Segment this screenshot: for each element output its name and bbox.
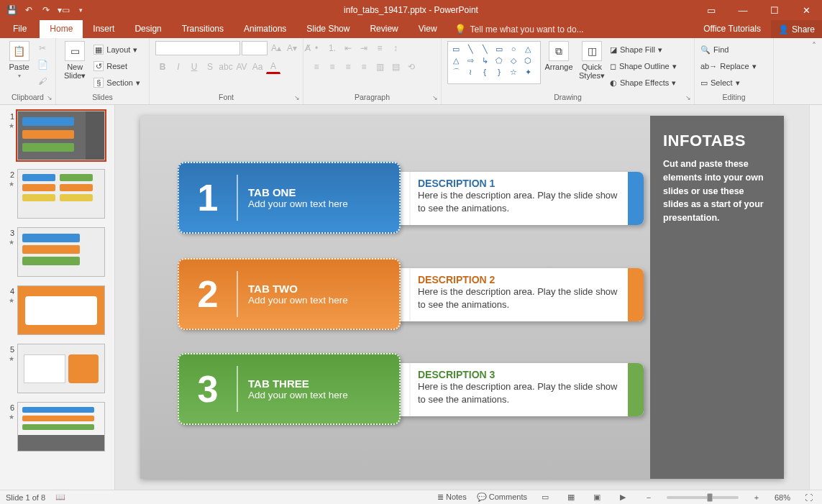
copy-icon[interactable]: 📄 xyxy=(35,58,50,72)
shapes-gallery[interactable]: ▭╲╲▭○△ △⇨↳⬠◇⬡ ⌒≀{}☆✦ xyxy=(447,41,541,84)
font-family-combo[interactable] xyxy=(155,41,240,55)
arrange-button[interactable]: ⧉ Arrange xyxy=(544,41,574,71)
bullets-button[interactable]: • xyxy=(309,41,324,55)
undo-icon[interactable]: ↶ xyxy=(22,3,36,17)
cut-icon[interactable]: ✂ xyxy=(35,41,50,55)
redo-icon[interactable]: ↷ xyxy=(39,3,53,17)
tab-right-3[interactable]: DESCRIPTION 3 Here is the description ar… xyxy=(392,363,644,416)
zoom-in-button[interactable]: + xyxy=(749,492,764,503)
shape-effects-button[interactable]: ◐ Shape Effects ▾ xyxy=(610,75,677,90)
comments-button[interactable]: 💬 Comments xyxy=(477,492,527,502)
find-button[interactable]: 🔍 Find xyxy=(700,42,757,57)
char-spacing-button[interactable]: AV xyxy=(234,60,249,74)
section-button[interactable]: §Section ▾ xyxy=(91,75,143,90)
tab-left-2[interactable]: 2 TAB TWO Add your own text here xyxy=(178,258,401,330)
tab-animations[interactable]: Animations xyxy=(234,20,296,38)
infotab-row-2[interactable]: 2 TAB TWO Add your own text here DESCRIP… xyxy=(178,258,638,333)
align-left-button[interactable]: ≡ xyxy=(309,60,324,74)
dialog-launcher-icon[interactable]: ↘ xyxy=(47,94,52,101)
zoom-slider[interactable] xyxy=(667,496,739,499)
thumbnail-2[interactable]: 2★ xyxy=(4,169,110,219)
save-icon[interactable]: 💾 xyxy=(4,3,19,17)
shrink-font-icon[interactable]: A▾ xyxy=(285,41,299,55)
columns-button[interactable]: ▥ xyxy=(373,60,387,74)
maximize-icon[interactable]: ☐ xyxy=(759,0,790,20)
italic-button[interactable]: I xyxy=(171,60,186,74)
tab-right-1[interactable]: DESCRIPTION 1 Here is the description ar… xyxy=(392,172,644,225)
change-case-button[interactable]: Aa xyxy=(250,60,265,74)
tab-review[interactable]: Review xyxy=(360,20,408,38)
slide[interactable]: INFOTABS Cut and paste these elements in… xyxy=(140,116,784,479)
decrease-indent-button[interactable]: ⇤ xyxy=(341,41,355,55)
tab-transitions[interactable]: Transitions xyxy=(172,20,234,38)
bold-button[interactable]: B xyxy=(155,60,170,74)
tab-right-2[interactable]: DESCRIPTION 2 Here is the description ar… xyxy=(392,268,644,321)
close-icon[interactable]: ✕ xyxy=(790,0,822,20)
fit-to-window-icon[interactable]: ⛶ xyxy=(800,492,816,503)
vertical-scrollbar[interactable] xyxy=(809,105,822,490)
zoom-out-button[interactable]: − xyxy=(641,492,657,503)
select-button[interactable]: ▭ Select ▾ xyxy=(700,75,757,90)
infotab-row-1[interactable]: 1 TAB ONE Add your own text here DESCRIP… xyxy=(178,162,638,237)
tell-me-search[interactable]: 💡 Tell me what you want to do... xyxy=(455,20,584,38)
slideshow-view-icon[interactable]: ▶ xyxy=(615,492,631,503)
reading-view-icon[interactable]: ▣ xyxy=(589,492,605,503)
ribbon-options-icon[interactable]: ▭ xyxy=(695,0,727,20)
line-spacing-button[interactable]: ≡ xyxy=(373,41,387,55)
text-direction-button[interactable]: ↕ xyxy=(388,41,403,55)
tab-insert[interactable]: Insert xyxy=(83,20,124,38)
thumbnail-5[interactable]: 5★ xyxy=(4,344,110,393)
font-color-button[interactable]: A xyxy=(266,60,280,74)
thumbnail-6[interactable]: 6★ xyxy=(4,402,110,452)
dialog-launcher-icon[interactable]: ↘ xyxy=(432,94,438,101)
layout-button[interactable]: ▦Layout ▾ xyxy=(91,42,143,57)
slide-indicator[interactable]: Slide 1 of 8 xyxy=(6,493,45,502)
shadow-button[interactable]: abc xyxy=(219,60,233,74)
grow-font-icon[interactable]: A▴ xyxy=(269,41,283,55)
shape-outline-button[interactable]: ◻ Shape Outline ▾ xyxy=(610,59,677,73)
minimize-icon[interactable]: — xyxy=(727,0,759,20)
thumbnail-4[interactable]: 4★ xyxy=(4,285,110,335)
dialog-launcher-icon[interactable]: ↘ xyxy=(685,94,691,101)
justify-button[interactable]: ≡ xyxy=(357,60,371,74)
zoom-level[interactable]: 68% xyxy=(775,493,790,502)
qat-more-icon[interactable]: ▾ xyxy=(73,3,88,17)
align-right-button[interactable]: ≡ xyxy=(341,60,355,74)
align-center-button[interactable]: ≡ xyxy=(325,60,339,74)
notes-button[interactable]: ≣ Notes xyxy=(437,492,467,502)
format-painter-icon[interactable]: 🖌 xyxy=(35,74,50,88)
dialog-launcher-icon[interactable]: ↘ xyxy=(294,94,300,101)
reset-button[interactable]: ↺Reset xyxy=(91,59,143,73)
sorter-view-icon[interactable]: ▦ xyxy=(563,492,579,503)
tab-home[interactable]: Home xyxy=(40,20,83,38)
align-text-button[interactable]: ▤ xyxy=(388,60,403,74)
increase-indent-button[interactable]: ⇥ xyxy=(357,41,371,55)
spellcheck-icon[interactable]: 📖 xyxy=(55,492,65,502)
tab-left-1[interactable]: 1 TAB ONE Add your own text here xyxy=(178,162,401,234)
replace-button[interactable]: ab→ Replace ▾ xyxy=(700,59,757,73)
share-button[interactable]: 👤 Share xyxy=(771,20,822,38)
start-from-beginning-icon[interactable]: ▾▭ xyxy=(56,3,70,17)
tab-slideshow[interactable]: Slide Show xyxy=(296,20,360,38)
thumbnail-1[interactable]: 1★ xyxy=(4,111,110,160)
shape-fill-button[interactable]: ◪ Shape Fill ▾ xyxy=(610,42,677,57)
tab-view[interactable]: View xyxy=(408,20,447,38)
underline-button[interactable]: U xyxy=(187,60,201,74)
slide-thumbnails-panel[interactable]: 1★ 2★ 3★ xyxy=(0,105,115,490)
collapse-ribbon-icon[interactable]: ˄ xyxy=(812,41,816,51)
slide-canvas-area[interactable]: INFOTABS Cut and paste these elements in… xyxy=(115,105,809,490)
font-size-combo[interactable] xyxy=(242,41,268,55)
new-slide-button[interactable]: ▭ NewSlide▾ xyxy=(62,41,88,80)
infotab-row-3[interactable]: 3 TAB THREE Add your own text here DESCR… xyxy=(178,353,638,428)
paste-button[interactable]: 📋 Paste ▾ xyxy=(6,41,32,79)
tab-left-3[interactable]: 3 TAB THREE Add your own text here xyxy=(178,353,401,425)
tab-design[interactable]: Design xyxy=(124,20,171,38)
thumbnail-3[interactable]: 3★ xyxy=(4,227,110,277)
tab-file[interactable]: File xyxy=(0,20,40,38)
quick-styles-button[interactable]: ◫ QuickStyles▾ xyxy=(577,41,607,80)
numbering-button[interactable]: 1. xyxy=(325,41,339,55)
normal-view-icon[interactable]: ▭ xyxy=(537,492,553,503)
smartart-button[interactable]: ⟲ xyxy=(404,60,419,74)
office-tutorials-link[interactable]: Office Tutorials xyxy=(693,20,771,38)
strikethrough-button[interactable]: S xyxy=(203,60,217,74)
